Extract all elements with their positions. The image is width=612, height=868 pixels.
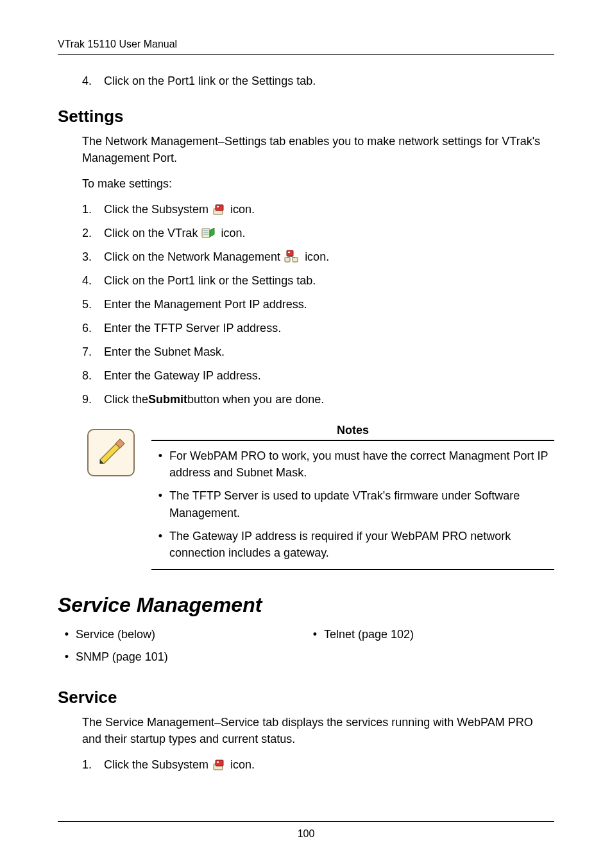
step-text-after: icon. <box>230 756 255 774</box>
notes-block: Notes • For WebPAM PRO to work, you must… <box>58 424 554 570</box>
submit-bold: Submit <box>148 391 187 408</box>
bullet: • <box>151 447 169 481</box>
footer-rule <box>58 821 554 822</box>
step-text: Click the Subsystem icon. <box>104 756 554 774</box>
notes-top-rule <box>151 440 554 441</box>
step-number: 7. <box>82 343 104 361</box>
step-number: 2. <box>82 225 104 242</box>
step-text-after: icon. <box>221 225 245 242</box>
step-text: Click on the Port1 link or the Settings … <box>104 272 554 290</box>
svg-rect-3 <box>202 229 210 238</box>
running-header: VTrak 15110 User Manual <box>58 39 554 50</box>
settings-step-8: 8. Enter the Gateway IP address. <box>82 367 554 385</box>
settings-step-9: 9. Click the Submit button when you are … <box>82 391 554 408</box>
step-number: 8. <box>82 367 104 385</box>
bullet: • <box>151 487 169 521</box>
step-text-before: Click the Subsystem <box>104 201 208 218</box>
notes-list: • For WebPAM PRO to work, you must have … <box>151 447 554 561</box>
vtrak-icon <box>201 227 217 241</box>
notes-icon-cell <box>82 424 140 570</box>
settings-to-make: To make settings: <box>82 175 554 192</box>
bullet: • <box>151 528 169 561</box>
step-number: 6. <box>82 320 104 337</box>
step-number: 1. <box>82 756 104 774</box>
svg-rect-1 <box>216 205 223 211</box>
step-number: 5. <box>82 296 104 313</box>
svg-rect-2 <box>217 206 219 207</box>
settings-step-6: 6. Enter the TFTP Server IP address. <box>82 320 554 337</box>
svg-rect-9 <box>285 257 290 262</box>
bullet: • <box>306 626 324 643</box>
step-text-before: Click the Subsystem <box>104 756 208 774</box>
notes-bottom-rule <box>151 569 554 570</box>
notes-item-text: For WebPAM PRO to work, you must have th… <box>169 447 554 481</box>
step-number: 1. <box>82 201 104 218</box>
step-text: Enter the Management Port IP address. <box>104 296 554 313</box>
step-number: 9. <box>82 391 104 408</box>
step-text-before: Click the <box>104 391 148 408</box>
step-text: Enter the Gateway IP address. <box>104 367 554 385</box>
subsystem-icon <box>212 758 226 772</box>
settings-step-1: 1. Click the Subsystem icon. <box>82 201 554 218</box>
step-text-after: icon. <box>305 248 329 266</box>
link-text: Telnet (page 102) <box>324 626 554 643</box>
link-telnet: • Telnet (page 102) <box>306 626 554 643</box>
svg-rect-7 <box>287 250 293 256</box>
settings-step-5: 5. Enter the Management Port IP address. <box>82 296 554 313</box>
service-step-1: 1. Click the Subsystem icon. <box>82 756 554 774</box>
svg-rect-17 <box>216 760 223 766</box>
subsystem-icon <box>212 203 226 217</box>
notes-title: Notes <box>151 424 554 437</box>
link-service: • Service (below) <box>58 626 306 643</box>
step-text: Enter the TFTP Server IP address. <box>104 320 554 337</box>
step-number: 3. <box>82 248 104 266</box>
link-text: SNMP (page 101) <box>76 648 306 666</box>
step-number: 4. <box>82 73 104 90</box>
svg-rect-8 <box>288 252 290 253</box>
page-number: 100 <box>298 828 315 839</box>
page-footer: 100 <box>0 821 612 840</box>
pencil-icon <box>87 429 135 476</box>
step-text-before: Click on the VTrak <box>104 225 198 242</box>
step-text-after: button when you are done. <box>187 391 324 408</box>
settings-heading: Settings <box>58 107 554 126</box>
settings-step-2: 2. Click on the VTrak icon. <box>82 225 554 242</box>
service-management-heading: Service Management <box>58 593 554 617</box>
bullet: • <box>58 626 76 643</box>
step-text: Click the Submit button when you are don… <box>104 391 554 408</box>
notes-item: • The Gateway IP address is required if … <box>151 528 554 561</box>
settings-intro: The Network Management–Settings tab enab… <box>82 133 554 166</box>
service-mgmt-links: • Service (below) • SNMP (page 101) • Te… <box>58 626 554 671</box>
network-mgmt-icon <box>284 250 301 265</box>
notes-item: • For WebPAM PRO to work, you must have … <box>151 447 554 481</box>
step-text: Click on the VTrak icon. <box>104 225 554 242</box>
service-heading: Service <box>58 688 554 707</box>
link-snmp: • SNMP (page 101) <box>58 648 306 666</box>
settings-step-4: 4. Click on the Port1 link or the Settin… <box>82 272 554 290</box>
step-text: Enter the Subnet Mask. <box>104 343 554 361</box>
links-right-col: • Telnet (page 102) <box>306 626 554 671</box>
step-number: 4. <box>82 272 104 290</box>
step-text-after: icon. <box>230 201 255 218</box>
notes-body: Notes • For WebPAM PRO to work, you must… <box>140 424 554 570</box>
settings-step-7: 7. Enter the Subnet Mask. <box>82 343 554 361</box>
step-text: Click on the Port1 link or the Settings … <box>104 73 554 90</box>
service-intro: The Service Management–Service tab displ… <box>82 714 554 747</box>
links-left-col: • Service (below) • SNMP (page 101) <box>58 626 306 671</box>
step-text: Click on the Network Management icon. <box>104 248 554 266</box>
svg-rect-18 <box>217 761 219 763</box>
svg-rect-10 <box>293 257 298 262</box>
link-text: Service (below) <box>76 626 306 643</box>
header-rule <box>58 54 554 55</box>
prior-step-4: 4. Click on the Port1 link or the Settin… <box>82 73 554 90</box>
notes-item-text: The TFTP Server is used to update VTrak'… <box>169 487 554 521</box>
notes-item-text: The Gateway IP address is required if yo… <box>169 528 554 561</box>
bullet: • <box>58 648 76 666</box>
step-text-before: Click on the Network Management <box>104 248 280 266</box>
step-text: Click the Subsystem icon. <box>104 201 554 218</box>
notes-item: • The TFTP Server is used to update VTra… <box>151 487 554 521</box>
settings-step-3: 3. Click on the Network Management icon. <box>82 248 554 266</box>
